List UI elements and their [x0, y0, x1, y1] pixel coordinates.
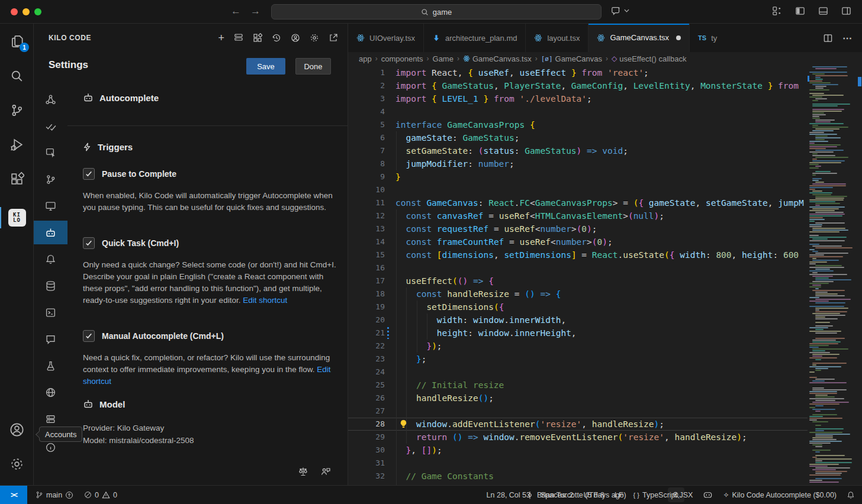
line-number[interactable]: 16	[348, 261, 385, 274]
line-number[interactable]: 5	[348, 118, 385, 131]
code-line[interactable]: 28 window.addEventListener('resize', han…	[348, 418, 808, 431]
code-line[interactable]: 22 });	[348, 340, 808, 353]
tab-architecture-plan[interactable]: architecture_plan.md	[424, 24, 526, 52]
code-line[interactable]: 17 useEffect(() => {	[348, 274, 808, 287]
breadcrumb-file[interactable]: GameCanvas.tsx	[463, 54, 532, 63]
line-number[interactable]: 29	[348, 431, 385, 444]
remote-indicator[interactable]: ><	[0, 486, 27, 504]
code-line[interactable]: 20 width: window.innerWidth,	[348, 314, 808, 327]
new-task-icon[interactable]: +	[218, 34, 224, 42]
tab-layout[interactable]: layout.tsx	[526, 24, 588, 52]
problems-item[interactable]: 0 0	[84, 491, 117, 499]
extensions-view-button[interactable]	[0, 166, 34, 192]
code-line[interactable]: 3import { LEVEL_1 } from './levelData';	[348, 92, 808, 105]
quick-task-checkbox[interactable]: Quick Task (Cmd+I)	[83, 237, 179, 249]
rail-autocomplete-tab[interactable]	[34, 221, 67, 244]
line-number[interactable]: 28	[348, 418, 385, 431]
done-button[interactable]: Done	[295, 58, 331, 75]
code-line[interactable]: 31	[348, 457, 808, 470]
save-button[interactable]: Save	[246, 58, 285, 75]
code-line[interactable]: 6 gameState: GameStatus;	[348, 131, 808, 144]
code-line[interactable]: 12 const canvasRef = useRef<HTMLCanvasEl…	[348, 209, 808, 222]
rail-notifications-tab[interactable]	[34, 247, 67, 271]
line-number[interactable]: 3	[348, 92, 385, 105]
forward-icon[interactable]: →	[250, 5, 260, 17]
line-number[interactable]: 2	[348, 79, 385, 92]
code-line[interactable]: 1import React, { useRef, useEffect } fro…	[348, 66, 808, 79]
line-number[interactable]: 7	[348, 144, 385, 157]
tab-gamecanvas[interactable]: GameCanvas.tsx	[588, 24, 690, 52]
code-line[interactable]: 7 setGameState: (status: GameStatus) => …	[348, 144, 808, 157]
line-number[interactable]: 19	[348, 301, 385, 314]
breadcrumb-components[interactable]: components	[381, 54, 423, 63]
encoding-item[interactable]: UTF-8	[584, 491, 604, 499]
open-in-editor-icon[interactable]	[329, 33, 338, 43]
source-control-view-button[interactable]	[0, 97, 34, 123]
line-number[interactable]: 4	[348, 105, 385, 118]
line-number[interactable]: 26	[348, 392, 385, 405]
git-branch-item[interactable]: main	[36, 491, 73, 499]
explorer-view-button[interactable]: 1	[0, 28, 34, 54]
rail-providers-tab[interactable]	[34, 88, 67, 111]
customize-layout-icon[interactable]	[772, 6, 782, 16]
toggle-panel-icon[interactable]	[818, 6, 828, 16]
toggle-secondary-sidebar-icon[interactable]	[841, 6, 851, 16]
line-number[interactable]: 6	[348, 131, 385, 144]
more-actions-icon[interactable]: ⋯	[842, 33, 853, 44]
search-view-button[interactable]	[0, 63, 34, 89]
kilo-code-view-button[interactable]: KILO	[0, 205, 34, 231]
accounts-button[interactable]	[0, 416, 34, 442]
rail-display-tab[interactable]	[34, 194, 67, 218]
line-number[interactable]: 32	[348, 470, 385, 483]
split-editor-icon[interactable]	[823, 33, 833, 43]
back-icon[interactable]: ←	[231, 5, 241, 17]
line-number[interactable]: 17	[348, 274, 385, 287]
breadcrumb-app[interactable]: app	[359, 54, 372, 63]
code-editor[interactable]: 1import React, { useRef, useEffect } fro…	[348, 65, 808, 485]
toggle-primary-sidebar-icon[interactable]	[795, 6, 805, 16]
line-number[interactable]: 30	[348, 444, 385, 457]
code-line[interactable]: 32 // Game Constants	[348, 470, 808, 483]
rules-scale-icon[interactable]	[298, 466, 308, 477]
pause-to-complete-checkbox[interactable]: Pause to Complete	[83, 168, 176, 180]
manual-autocomplete-checkbox[interactable]: Manual Autocomplete (Cmd+L)	[83, 330, 224, 342]
code-line[interactable]: 30 }, []);	[348, 444, 808, 457]
eol-item[interactable]: LF	[615, 491, 623, 499]
line-number[interactable]: 23	[348, 353, 385, 366]
feedback-icon[interactable]	[320, 466, 331, 477]
code-line[interactable]: 24	[348, 366, 808, 379]
code-line[interactable]: 9}	[348, 170, 808, 183]
code-line[interactable]: 19 setDimensions({	[348, 301, 808, 314]
unsaved-changes-dot[interactable]	[676, 35, 681, 40]
rail-auto-approve-tab[interactable]	[34, 114, 67, 138]
indentation-item[interactable]: Spaces: 2	[541, 491, 574, 499]
rail-context-tab[interactable]	[34, 274, 67, 298]
line-number[interactable]: 13	[348, 222, 385, 235]
copilot-status-icon[interactable]	[703, 490, 713, 500]
code-line[interactable]: 13 const requestRef = useRef<number>(0);	[348, 222, 808, 235]
line-number[interactable]: 11	[348, 196, 385, 209]
settings-gear-icon[interactable]	[310, 33, 319, 43]
language-mode-item[interactable]: { } TypeScript JSX	[633, 491, 693, 499]
line-number[interactable]: 27	[348, 405, 385, 418]
minimize-window-button[interactable]	[22, 8, 30, 15]
code-line[interactable]: 4	[348, 105, 808, 118]
line-number[interactable]: 20	[348, 314, 385, 327]
history-icon[interactable]	[272, 33, 281, 43]
code-line[interactable]: 23 };	[348, 353, 808, 366]
close-window-button[interactable]	[11, 8, 18, 15]
breadcrumb-symbol-module[interactable]: [ø] GameCanvas	[541, 54, 602, 63]
code-line[interactable]: 21 height: window.innerHeight,	[348, 327, 808, 340]
edit-shortcut-link[interactable]: Edit shortcut	[243, 296, 287, 305]
cursor-position-item[interactable]: Ln 28, Col 53	[487, 491, 530, 499]
command-center-search[interactable]: game	[271, 4, 602, 20]
code-line[interactable]: 8 jumpModifier: number;	[348, 157, 808, 170]
line-number[interactable]: 1	[348, 66, 385, 79]
tab-uioverlay[interactable]: UIOverlay.tsx	[348, 24, 424, 52]
line-number[interactable]: 31	[348, 457, 385, 470]
code-line[interactable]: 27	[348, 405, 808, 418]
line-number[interactable]: 8	[348, 157, 385, 170]
rail-prompts-tab[interactable]	[34, 327, 67, 351]
rail-checkpoints-tab[interactable]	[34, 167, 67, 191]
line-number[interactable]: 15	[348, 248, 385, 261]
